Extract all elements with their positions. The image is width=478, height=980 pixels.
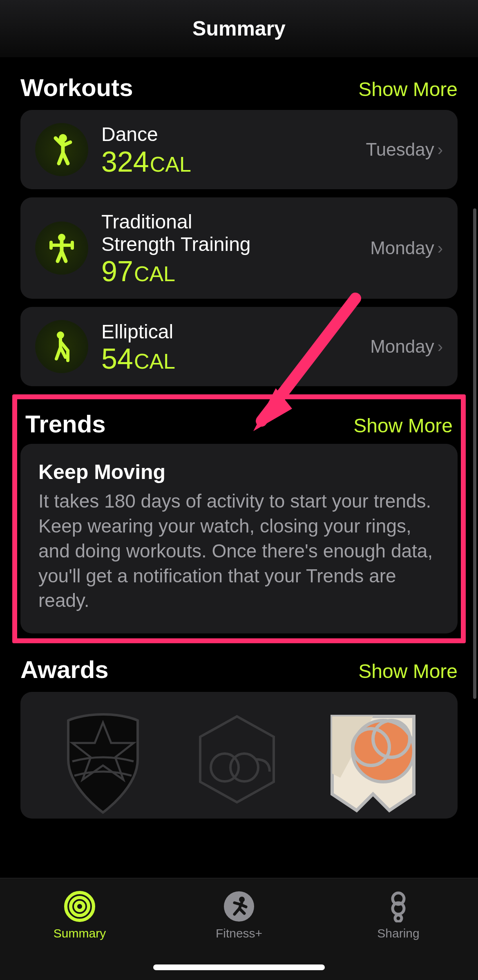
awards-title: Awards bbox=[20, 656, 109, 684]
tab-sharing[interactable]: Sharing bbox=[319, 891, 477, 940]
chevron-right-icon: › bbox=[438, 239, 443, 257]
workout-calories: 97CAL bbox=[101, 257, 370, 286]
content-area: Workouts Show More Dance 324CAL Tuesday … bbox=[0, 57, 478, 819]
workout-name: Elliptical bbox=[101, 320, 370, 343]
award-badge-shield-icon bbox=[52, 706, 154, 819]
awards-header: Awards Show More bbox=[20, 643, 458, 692]
trends-annotation-box: Trends Show More Keep Moving It takes 18… bbox=[12, 394, 466, 643]
cal-value: 324 bbox=[101, 148, 149, 176]
activity-rings-icon bbox=[64, 891, 96, 922]
cal-value: 97 bbox=[101, 257, 133, 286]
workout-name: Traditional Strength Training bbox=[101, 210, 370, 255]
workout-info: Elliptical 54CAL bbox=[101, 320, 370, 373]
trends-card-title: Keep Moving bbox=[38, 460, 440, 484]
workout-info: Dance 324CAL bbox=[101, 123, 366, 176]
award-badge-color-icon bbox=[320, 704, 426, 819]
home-indicator[interactable] bbox=[153, 964, 325, 970]
awards-card[interactable] bbox=[20, 692, 458, 819]
tab-fitness-plus[interactable]: Fitness+ bbox=[160, 891, 318, 940]
sharing-rings-icon bbox=[386, 891, 411, 922]
tab-label: Fitness+ bbox=[216, 926, 262, 940]
cal-unit: CAL bbox=[134, 351, 175, 372]
trends-show-more-link[interactable]: Show More bbox=[353, 414, 453, 437]
trends-title: Trends bbox=[25, 410, 106, 438]
cal-unit: CAL bbox=[134, 263, 175, 284]
cal-unit: CAL bbox=[150, 154, 191, 175]
workout-day: Monday › bbox=[370, 238, 443, 258]
day-label: Monday bbox=[370, 336, 434, 357]
workout-name: Dance bbox=[101, 123, 366, 145]
svg-point-4 bbox=[230, 754, 258, 781]
running-person-icon bbox=[223, 891, 255, 922]
page-title: Summary bbox=[192, 17, 286, 40]
scroll-indicator[interactable] bbox=[473, 208, 476, 699]
strength-training-icon bbox=[35, 222, 88, 275]
tab-summary[interactable]: Summary bbox=[1, 891, 159, 940]
nav-bar: Summary bbox=[0, 0, 478, 57]
workout-calories: 324CAL bbox=[101, 148, 366, 176]
workouts-show-more-link[interactable]: Show More bbox=[358, 78, 458, 101]
workout-day: Tuesday › bbox=[366, 139, 443, 160]
dance-icon bbox=[35, 123, 88, 176]
workout-calories: 54CAL bbox=[101, 345, 370, 373]
workouts-title: Workouts bbox=[20, 74, 133, 102]
cal-value: 54 bbox=[101, 345, 133, 373]
svg-point-9 bbox=[71, 897, 89, 915]
tab-label: Summary bbox=[54, 926, 106, 940]
chevron-right-icon: › bbox=[438, 141, 443, 159]
workout-card-dance[interactable]: Dance 324CAL Tuesday › bbox=[20, 110, 458, 189]
awards-show-more-link[interactable]: Show More bbox=[358, 660, 458, 682]
workout-card-strength[interactable]: Traditional Strength Training 97CAL Mond… bbox=[20, 197, 458, 299]
trends-card-body: It takes 180 days of activity to start y… bbox=[38, 489, 440, 613]
workout-day: Monday › bbox=[370, 336, 443, 357]
tab-label: Sharing bbox=[377, 926, 419, 940]
trends-header: Trends Show More bbox=[20, 403, 458, 444]
svg-point-15 bbox=[395, 915, 402, 922]
trends-card[interactable]: Keep Moving It takes 180 days of activit… bbox=[20, 444, 458, 633]
chevron-right-icon: › bbox=[438, 338, 443, 356]
workout-info: Traditional Strength Training 97CAL bbox=[101, 210, 370, 286]
award-badge-hexagon-icon bbox=[184, 706, 290, 819]
elliptical-icon bbox=[35, 320, 88, 373]
svg-point-10 bbox=[76, 902, 84, 911]
workouts-header: Workouts Show More bbox=[20, 57, 458, 110]
day-label: Tuesday bbox=[366, 139, 434, 160]
day-label: Monday bbox=[370, 238, 434, 258]
workout-card-elliptical[interactable]: Elliptical 54CAL Monday › bbox=[20, 307, 458, 386]
